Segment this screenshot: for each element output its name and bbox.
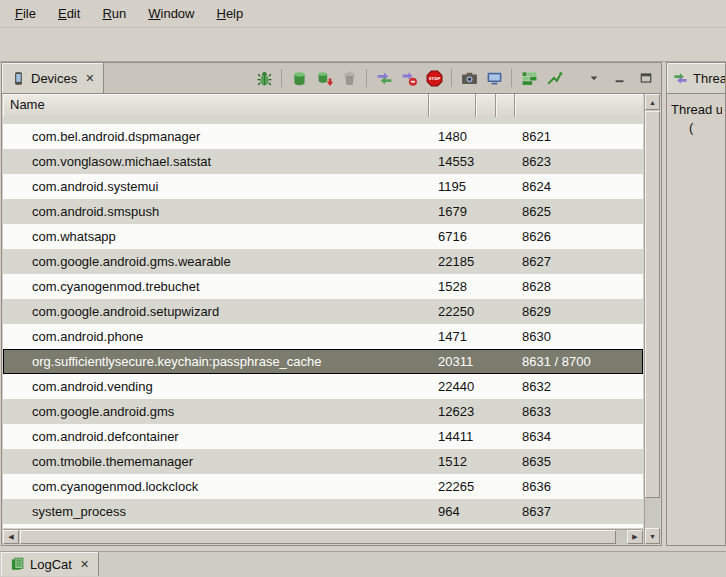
table-row[interactable]: com.google.android.gms.wearable221858627 [3,249,643,274]
opengl-trace-button[interactable] [543,67,565,89]
menu-help[interactable]: Help [205,2,254,25]
update-threads-button[interactable] [373,67,395,89]
vertical-scrollbar[interactable]: ▲ ▼ [644,94,660,544]
table-row[interactable]: com.cyanogenmod.trebuchet15288628 [3,274,643,299]
screen-record-button[interactable] [483,67,505,89]
status-cell [476,299,496,324]
pid-cell: 22265 [429,474,476,499]
view-window-buttons [585,69,655,87]
menu-bar: FileEditRunWindowHelp [0,0,726,28]
column-header-col4[interactable] [496,94,515,117]
column-header-col3[interactable] [476,94,496,117]
process-name-cell: com.whatsapp [3,224,429,249]
status-cell [496,474,515,499]
horizontal-scrollbar[interactable]: ◀ ▶ [3,529,643,544]
status-cell [496,399,515,424]
status-cell [496,174,515,199]
update-heap-button[interactable] [288,67,310,89]
dump-hprof-button[interactable] [313,67,335,89]
devices-view: Devices ✕ STOP Name com.bel.android.dspm… [1,62,662,546]
column-header-port[interactable] [515,94,643,117]
status-cell [496,149,515,174]
column-header-pid[interactable] [429,94,476,117]
horizontal-scrollbar-thumb[interactable] [20,530,616,544]
close-icon[interactable]: ✕ [85,72,94,85]
screen-capture-button[interactable] [458,67,480,89]
close-icon[interactable]: ✕ [80,558,89,571]
process-name-cell: com.google.android.setupwizard [3,299,429,324]
port-cell: 8625 [515,199,643,224]
status-cell [476,374,496,399]
port-cell: 8636 [515,474,643,499]
status-cell [496,499,515,524]
status-cell [476,249,496,274]
logcat-icon [10,557,25,572]
process-name-cell: com.vonglasow.michael.satstat [3,149,429,174]
table-row[interactable]: system_process9648637 [3,499,643,524]
table-row[interactable]: com.google.android.setupwizard222508629 [3,299,643,324]
process-name-cell: com.android.systemui [3,174,429,199]
tab-logcat[interactable]: LogCat ✕ [1,552,99,576]
table-row[interactable]: com.vonglasow.michael.satstat145538623 [3,149,643,174]
status-cell [476,199,496,224]
threads-message: Thread up ( [667,94,725,135]
debug-process-button[interactable] [253,67,275,89]
scroll-up-button[interactable]: ▲ [645,94,660,110]
systrace-button[interactable] [518,67,540,89]
table-row[interactable]: com.android.smspush16798625 [3,199,643,224]
table-row[interactable]: com.android.phone14718630 [3,324,643,349]
scroll-right-button[interactable]: ▶ [627,530,643,544]
maximize-button[interactable] [637,69,655,87]
port-cell: 8626 [515,224,643,249]
menu-run[interactable]: Run [91,2,137,25]
main-toolbar [0,28,726,62]
bottom-tabbar: LogCat ✕ [0,551,726,577]
table-row[interactable]: com.tmobile.thememanager15128635 [3,449,643,474]
view-menu-button[interactable] [585,69,603,87]
table-row[interactable]: com.bel.android.dspmanager14808621 [3,124,643,149]
threads-tabbar: Threads [667,63,725,94]
scroll-down-button[interactable]: ▼ [645,528,660,544]
table-row[interactable]: org.sufficientlysecure.keychain:passphra… [3,349,643,374]
status-cell [476,149,496,174]
table-row[interactable]: com.whatsapp67168626 [3,224,643,249]
status-cell [496,449,515,474]
port-cell: 8633 [515,399,643,424]
port-cell: 8637 [515,499,643,524]
port-cell: 8630 [515,324,643,349]
table-row[interactable]: com.cyanogenmod.lockclock222658636 [3,474,643,499]
process-name-cell: com.android.phone [3,324,429,349]
tab-devices[interactable]: Devices ✕ [2,63,104,93]
port-cell: 8631 / 8700 [515,349,643,374]
pid-cell: 22185 [429,249,476,274]
port-cell: 8623 [515,149,643,174]
status-cell [476,349,496,374]
minimize-button[interactable] [611,69,629,87]
table-row[interactable]: com.google.android.gms126238633 [3,399,643,424]
process-name-cell: com.android.vending [3,374,429,399]
cause-gc-button[interactable] [338,67,360,89]
status-cell [496,374,515,399]
vertical-scrollbar-thumb[interactable] [645,111,660,498]
column-header-name[interactable]: Name [3,94,429,117]
pid-cell: 12623 [429,399,476,424]
ddms-window: FileEditRunWindowHelp Devices ✕ STOP Nam… [0,0,726,577]
table-row[interactable]: com.android.vending224408632 [3,374,643,399]
threads-view: Threads Thread up ( [666,62,726,546]
table-row[interactable]: com.android.systemui11958624 [3,174,643,199]
menu-edit[interactable]: Edit [47,2,91,25]
menu-file[interactable]: File [4,2,47,25]
scroll-left-button[interactable]: ◀ [3,530,19,544]
process-name-cell: org.sufficientlysecure.keychain:passphra… [3,349,429,374]
table-header: Name [3,94,643,118]
threads-message-line: Thread up [671,102,722,117]
table-row[interactable]: com.android.defcontainer144118634 [3,424,643,449]
menu-window[interactable]: Window [137,2,205,25]
stop-process-button[interactable]: STOP [423,67,445,89]
status-cell [476,224,496,249]
status-cell [476,474,496,499]
threads-icon [673,71,688,86]
tab-threads[interactable]: Threads [667,63,726,93]
status-cell [476,424,496,449]
start-method-profiling-button[interactable] [398,67,420,89]
